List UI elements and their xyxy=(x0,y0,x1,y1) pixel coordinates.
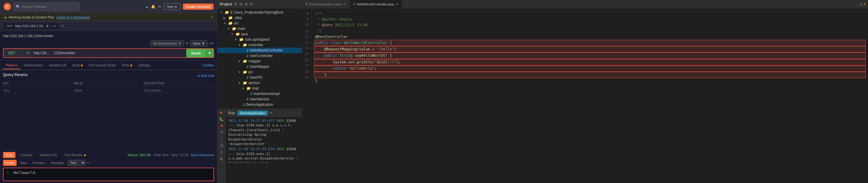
method-select[interactable]: GET POST PUT DELETE xyxy=(4,49,30,57)
format-pretty[interactable]: Pretty xyxy=(3,160,17,166)
run-sidebar-icons: ▶ 🐛 ■ ↺ ⤵ ⊖ ⎘ 🗑 xyxy=(217,109,226,183)
response-area: Body Cookies Headers (5) Test Results St… xyxy=(0,150,217,183)
create-account-button[interactable]: Create Account xyxy=(183,4,213,10)
code-icon[interactable]: </> xyxy=(209,41,214,45)
tree-po[interactable]: ▼ 📁 po xyxy=(217,69,302,75)
tree-userserviceimpl[interactable]: ▶ J UserServiceImpl xyxy=(217,91,302,97)
log-pid-2: 22696 xyxy=(286,147,296,151)
editor-tab-helloworldcontroller[interactable]: J HelloWorldController.java ✕ xyxy=(350,0,402,8)
tab-url: http://192.168.2.18... xyxy=(15,24,45,28)
tree-src[interactable]: ▼ 📁 src xyxy=(217,21,302,26)
run-close-icon[interactable]: ✕ xyxy=(270,111,272,115)
switch-workspace-link[interactable]: Switch to a Workspace xyxy=(56,15,90,19)
run-copy-icon[interactable]: ⎘ xyxy=(220,150,223,155)
format-icon[interactable]: ≡ xyxy=(87,161,89,165)
cookies-link[interactable]: Cookies xyxy=(202,63,214,67)
run-header: Run: DemoApplication ✕ xyxy=(226,109,302,117)
resp-tab-test-results[interactable]: Test Results xyxy=(62,152,88,158)
run-rerun-icon[interactable]: ↺ xyxy=(219,130,224,135)
response-tabs-row: Body Cookies Headers (5) Test Results St… xyxy=(3,152,214,158)
toolbar-settings-icon[interactable]: ⚙ xyxy=(234,2,238,6)
tree-service[interactable]: ▼ 📁 service xyxy=(217,80,302,86)
workspace-notice: ☁ Working locally in Scratch Pad. Switch… xyxy=(0,13,217,21)
code-line-9: * @author shajiu xyxy=(315,16,864,22)
tree-demoapplication[interactable]: ▶ J DemoApplication xyxy=(217,102,302,107)
no-env-dropdown[interactable]: No Environment ▼ xyxy=(150,40,184,46)
tree-main[interactable]: ▼ 📁 main xyxy=(217,26,302,31)
search-bar[interactable]: 🔍 Search Postman xyxy=(13,2,80,11)
tree-mapper[interactable]: ▼ 📁 mapper xyxy=(217,59,302,64)
tab-params[interactable]: Params xyxy=(3,62,21,69)
tree-java[interactable]: ▼ 📁 java xyxy=(217,31,302,37)
save-button[interactable]: Save ▼ xyxy=(190,40,208,46)
format-raw[interactable]: Raw xyxy=(18,160,29,166)
save-response-button[interactable]: Save Response xyxy=(190,153,214,157)
request-input-row: GET POST PUT DELETE Send ▼ xyxy=(3,48,214,58)
run-stop-icon[interactable]: ■ xyxy=(220,123,223,129)
toolbar-expand-icon[interactable]: ⊗ xyxy=(250,2,253,6)
bulk-edit-label: Bulk Edit xyxy=(201,74,214,77)
ln-18: 18 xyxy=(304,69,309,74)
new-tab-button[interactable]: + xyxy=(60,23,65,29)
tree-userpo[interactable]: ▶ J UserPO xyxy=(217,75,302,80)
send-button[interactable]: Send xyxy=(186,49,206,57)
ln-14: 14 xyxy=(304,45,309,51)
run-play-icon[interactable]: ▶ xyxy=(219,110,223,115)
tab-prerequest[interactable]: Pre-request Script xyxy=(86,62,119,69)
po-folder-icon: 📁 xyxy=(243,70,247,74)
format-preview[interactable]: Preview xyxy=(30,160,47,166)
query-params-title: Query Params xyxy=(3,73,28,77)
param-key-input[interactable] xyxy=(3,88,72,94)
po-label: po xyxy=(248,70,252,74)
run-debug-icon[interactable]: 🐛 xyxy=(219,116,224,122)
ln-17: 17 xyxy=(304,63,309,69)
java-label: java xyxy=(241,32,248,36)
resp-tab-body[interactable]: Body xyxy=(3,152,16,158)
param-desc-input[interactable] xyxy=(144,88,213,94)
tree-helloworldcontroller[interactable]: ▶ J HelloWorldController xyxy=(217,48,302,53)
tab-headers[interactable]: Headers (8) xyxy=(46,62,69,69)
tree-controller[interactable]: ▼ 📁 controller xyxy=(217,42,302,48)
run-scroll-icon[interactable]: ⤵ xyxy=(220,136,223,142)
request-tab-1[interactable]: GET http://192.168.2.18... + ••• xyxy=(2,23,60,29)
send-dropdown-button[interactable]: ▼ xyxy=(206,49,213,57)
tree-idea[interactable]: ▶ 📁 .idea xyxy=(217,15,302,21)
toolbar-search-icon[interactable]: ⊕ xyxy=(245,2,248,6)
param-value-input[interactable] xyxy=(73,88,143,94)
tree-usercontroller[interactable]: ▶ J UserController xyxy=(217,53,302,59)
tab-auth[interactable]: Authorization xyxy=(21,62,46,69)
eye-icon[interactable]: 👁 xyxy=(185,41,189,45)
tree-usermapper[interactable]: ▶ J UserMapper xyxy=(217,64,302,69)
format-type-select[interactable]: Text JSON HTML xyxy=(68,160,86,166)
log-line-2: 2021-11-05 15:27:03.674 INFO 22696 --- [… xyxy=(228,147,300,163)
main-label: main xyxy=(238,27,245,31)
tab-settings[interactable]: Settings xyxy=(135,62,153,69)
helloworldcontroller-close-icon[interactable]: ✕ xyxy=(396,2,399,6)
code-content[interactable]: /** * @author shajiu * @date 2021/11/5 1… xyxy=(312,8,868,183)
header-icons: ☁ 🔔 ⚙ Sign In Create Account xyxy=(145,3,213,10)
src-label: src xyxy=(234,21,239,25)
tree-root[interactable]: ▼ 📁 E:/Java_Projects/dev/SpringBoot xyxy=(217,10,302,15)
signin-button[interactable]: Sign In xyxy=(164,3,181,10)
ln-10: 10 xyxy=(304,22,309,28)
tree-userservice[interactable]: ▶ J UserService xyxy=(217,97,302,102)
close-notice-icon[interactable]: ✕ xyxy=(211,15,213,19)
format-visualize[interactable]: Visualize xyxy=(48,160,66,166)
url-input[interactable] xyxy=(30,49,186,57)
tab-tests[interactable]: Tests xyxy=(119,62,135,69)
resp-tab-headers[interactable]: Headers (5) xyxy=(37,152,60,158)
run-clear-icon[interactable]: 🗑 xyxy=(219,156,224,161)
demoapplication-close-icon[interactable]: ✕ xyxy=(343,2,346,6)
resp-tab-cookies[interactable]: Cookies xyxy=(18,152,35,158)
toolbar-layout-icon[interactable]: ⊞ xyxy=(240,2,243,6)
ln-12: 12 xyxy=(304,34,309,40)
run-tab-demoapplication[interactable]: DemoApplication xyxy=(238,111,268,115)
tree-impl[interactable]: ▼ 📁 impl xyxy=(217,86,302,91)
usi-java-icon: J xyxy=(250,92,252,96)
tab-body[interactable]: Body xyxy=(69,62,86,69)
bulk-edit-button[interactable]: ⇌ Bulk Edit xyxy=(197,74,214,78)
main-folder-icon: 📁 xyxy=(232,27,237,31)
tree-com-springboot[interactable]: ▼ 📁 com.springboot xyxy=(217,37,302,42)
editor-tab-demoapplication[interactable]: J DemoApplication.java ✕ xyxy=(302,0,350,8)
run-filter-icon[interactable]: ⊖ xyxy=(219,143,224,148)
